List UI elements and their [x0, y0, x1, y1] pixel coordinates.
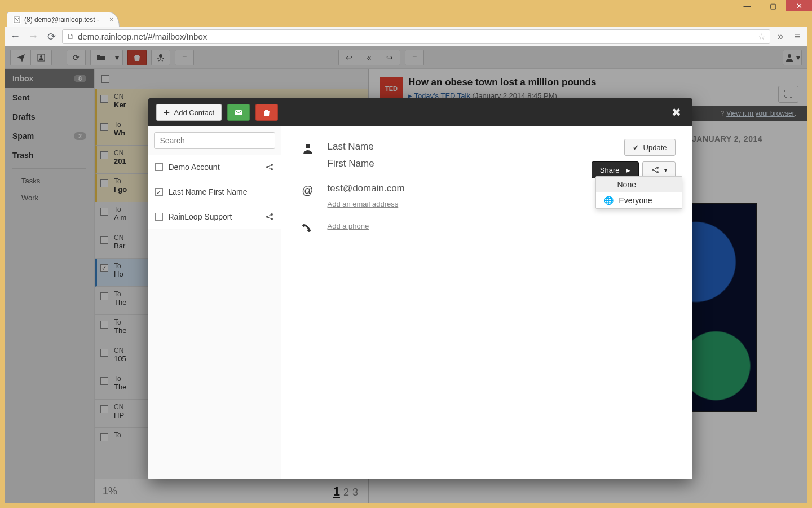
- back-button[interactable]: ←: [8, 29, 23, 44]
- update-label: Update: [643, 143, 667, 152]
- add-email-link[interactable]: Add an email address: [328, 200, 405, 208]
- win-minimize-button[interactable]: —: [734, 0, 760, 11]
- contact-item[interactable]: Last Name First Name: [148, 179, 281, 204]
- person-icon: [302, 141, 314, 155]
- add-contact-button[interactable]: ✚ Add Contact: [156, 104, 222, 121]
- forward-button: →: [26, 29, 41, 44]
- chrome-menu-icon[interactable]: ≡: [791, 30, 804, 42]
- svg-rect-5: [235, 110, 242, 115]
- email-contact-button[interactable]: [227, 104, 250, 121]
- contact-item[interactable]: RainLoop Support: [148, 204, 281, 229]
- tab-title: (8) demo@rainloop.test -: [24, 16, 99, 24]
- browser-tabstrip: (8) demo@rainloop.test - ×: [5, 11, 807, 27]
- globe-icon: 🌐: [604, 196, 614, 205]
- share-label: Share: [600, 166, 620, 174]
- opt-none-label: None: [617, 180, 636, 189]
- share-option-everyone[interactable]: 🌐Everyone: [596, 192, 682, 208]
- url-text: demo.rainloop.net/#/mailbox/Inbox: [78, 32, 207, 41]
- plus-icon: ✚: [164, 108, 170, 117]
- share-icon: [265, 163, 274, 172]
- win-close-button[interactable]: ✕: [786, 0, 812, 11]
- share-dropdown: None 🌐Everyone: [595, 176, 682, 209]
- contact-search-input[interactable]: [154, 132, 275, 149]
- win-maximize-button[interactable]: ▢: [760, 0, 786, 11]
- new-tab-button[interactable]: [121, 16, 134, 27]
- reload-button[interactable]: ⟳: [44, 29, 59, 44]
- star-icon[interactable]: ☆: [758, 32, 765, 42]
- update-button[interactable]: ✔Update: [624, 139, 676, 156]
- svg-point-11: [271, 218, 273, 220]
- contact-checkbox[interactable]: [155, 163, 163, 171]
- contact-item[interactable]: Demo Account: [148, 155, 281, 179]
- add-contact-label: Add Contact: [174, 108, 215, 117]
- modal-close-button[interactable]: ✖: [668, 106, 685, 119]
- svg-point-7: [271, 164, 273, 166]
- add-phone-link[interactable]: Add a phone: [328, 222, 369, 230]
- first-name-field[interactable]: First Name: [328, 158, 374, 169]
- browser-tab[interactable]: (8) demo@rainloop.test - ×: [7, 12, 120, 27]
- tab-close-icon[interactable]: ×: [109, 16, 113, 24]
- modal-overlay: ✚ Add Contact ✖: [5, 46, 807, 503]
- page-icon: 🗋: [67, 32, 74, 41]
- browser-toolbar: ← → ⟳ 🗋 demo.rainloop.net/#/mailbox/Inbo…: [5, 27, 807, 46]
- email-field[interactable]: test@domain.com: [328, 183, 405, 194]
- last-name-field[interactable]: Last Name: [328, 141, 374, 152]
- contacts-modal: ✚ Add Contact ✖: [148, 98, 692, 479]
- address-bar[interactable]: 🗋 demo.rainloop.net/#/mailbox/Inbox ☆: [62, 29, 770, 44]
- svg-point-8: [271, 168, 273, 170]
- svg-point-12: [306, 144, 310, 148]
- contact-checkbox[interactable]: [155, 213, 163, 221]
- check-icon: ✔: [633, 143, 639, 152]
- contact-checkbox[interactable]: [155, 188, 163, 196]
- delete-contact-button[interactable]: [255, 104, 278, 121]
- svg-point-15: [656, 171, 659, 173]
- phone-icon: [302, 222, 314, 233]
- at-icon: @: [302, 183, 314, 197]
- share-icon: [265, 212, 274, 221]
- opt-everyone-label: Everyone: [619, 196, 652, 205]
- svg-point-14: [656, 167, 659, 169]
- share-option-none[interactable]: None: [596, 177, 682, 192]
- svg-point-10: [271, 213, 273, 216]
- extensions-overflow-icon[interactable]: »: [774, 30, 787, 42]
- favicon-icon: [13, 16, 21, 24]
